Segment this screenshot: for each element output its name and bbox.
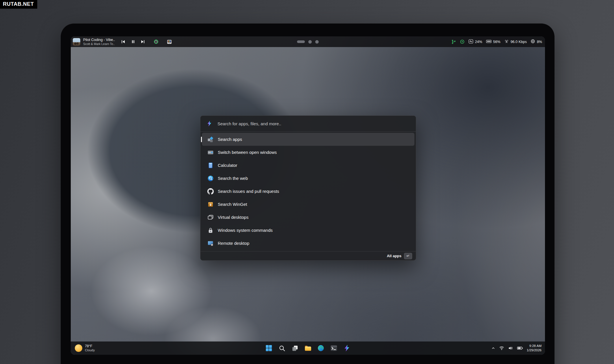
stat-memory: 56% — [486, 39, 500, 44]
laptop-frame: Pilot Coding - Vibe.. Scott & Mark Learn… — [61, 23, 555, 364]
remote-desktop-icon — [207, 240, 214, 247]
battery-icon[interactable] — [517, 346, 523, 350]
antenna-icon — [504, 39, 509, 44]
palette-item-github[interactable]: Search issues and pull requests — [202, 185, 414, 198]
palette-item-virtual-desktops[interactable]: Virtual desktops — [202, 211, 414, 224]
screen-color-icon[interactable] — [167, 39, 172, 44]
system-tray: 9:28 AM 1/29/2026 — [491, 344, 545, 352]
palette-item-label: Windows system commands — [218, 228, 273, 233]
clock-time: 9:28 AM — [527, 344, 542, 348]
command-palette: Search appsSwitch between open windowsCa… — [200, 115, 416, 261]
powertoys-icon[interactable] — [343, 344, 351, 352]
palette-item-label: Remote desktop — [218, 241, 249, 246]
window-switcher-icon — [207, 149, 214, 156]
palette-list: Search appsSwitch between open windowsCa… — [200, 132, 416, 251]
media-title: Pilot Coding - Vibe.. — [83, 38, 115, 42]
github-icon — [207, 188, 214, 195]
edge-browser-icon[interactable] — [317, 344, 325, 352]
selection-indicator — [201, 137, 202, 142]
terminal-icon[interactable] — [330, 344, 338, 352]
start-button[interactable] — [265, 344, 273, 352]
activity-value: 24% — [475, 40, 482, 44]
weather-widget[interactable]: 78°F Cloudy — [71, 344, 95, 352]
palette-search-row — [200, 116, 416, 132]
stat-cpu: 8% — [531, 39, 542, 44]
cpu-value: 8% — [537, 40, 542, 44]
git-branch-icon — [451, 40, 456, 44]
palette-search-input[interactable] — [217, 121, 410, 126]
stat-network: 96.0 Kbps — [504, 39, 527, 44]
task-view-icon[interactable] — [291, 344, 299, 352]
system-commands-icon — [207, 227, 214, 234]
palette-item-label: Search the web — [218, 176, 248, 181]
taskbar-center-icons — [265, 344, 351, 352]
media-widget: Pilot Coding - Vibe.. Scott & Mark Learn… — [71, 38, 172, 45]
network-value: 96.0 Kbps — [511, 40, 527, 44]
weather-condition: Cloudy — [85, 348, 95, 352]
media-subtitle: Scott & Mark Learn To.. — [83, 42, 115, 46]
notch-pill — [297, 40, 305, 43]
notch-dot — [308, 40, 312, 44]
palette-item-label: Switch between open windows — [218, 150, 277, 155]
pause-icon[interactable] — [131, 39, 135, 44]
clock-date: 1/29/2026 — [527, 348, 542, 352]
timer-icon[interactable] — [154, 39, 159, 44]
taskbar-clock[interactable]: 9:28 AM 1/29/2026 — [527, 344, 542, 352]
weather-temperature: 78°F — [85, 344, 95, 348]
web-search-icon — [207, 175, 214, 182]
activity-icon — [468, 39, 473, 44]
notch-dot — [315, 40, 319, 44]
palette-item-label: Virtual desktops — [218, 215, 248, 220]
system-stats: 24% 56% 96.0 Kbps — [451, 39, 545, 44]
file-explorer-icon[interactable] — [304, 344, 312, 352]
enter-key-icon: ↵ — [404, 253, 412, 259]
palette-item-search-apps[interactable]: Search apps — [202, 133, 414, 146]
cpu-icon — [531, 39, 535, 44]
memory-icon — [486, 39, 492, 44]
stat-activity: 24% — [468, 39, 482, 44]
watermark: RUTAB.NET — [0, 0, 37, 9]
all-apps-label: All apps — [387, 254, 401, 258]
next-track-icon[interactable] — [140, 39, 145, 44]
palette-item-label: Search apps — [218, 137, 242, 142]
search-apps-icon — [207, 136, 214, 143]
taskbar: 78°F Cloudy — [71, 341, 545, 355]
virtual-desktops-icon — [207, 214, 214, 221]
palette-item-window-switcher[interactable]: Switch between open windows — [202, 146, 414, 159]
palette-item-label: Search issues and pull requests — [218, 189, 279, 194]
palette-item-label: Calculator — [218, 163, 237, 168]
winget-icon — [207, 201, 214, 208]
desktop-wallpaper: Pilot Coding - Vibe.. Scott & Mark Learn… — [71, 36, 545, 355]
memory-value: 56% — [493, 40, 500, 44]
palette-item-system-commands[interactable]: Windows system commands — [202, 224, 414, 237]
record-icon — [460, 39, 465, 44]
palette-item-label: Search WinGet — [218, 202, 247, 207]
wifi-icon[interactable] — [499, 346, 504, 351]
search-icon[interactable] — [278, 344, 286, 352]
calculator-icon — [207, 162, 214, 169]
palette-item-remote-desktop[interactable]: Remote desktop — [202, 237, 414, 250]
palette-item-web-search[interactable]: Search the web — [202, 172, 414, 185]
previous-track-icon[interactable] — [121, 39, 126, 44]
palette-item-winget[interactable]: Search WinGet — [202, 198, 414, 211]
sun-icon — [75, 344, 82, 352]
camera-notch — [297, 40, 319, 44]
top-status-bar: Pilot Coding - Vibe.. Scott & Mark Learn… — [71, 36, 545, 47]
tray-chevron-up-icon[interactable] — [491, 346, 495, 350]
palette-item-calculator[interactable]: Calculator — [202, 159, 414, 172]
all-apps-button[interactable]: All apps ↵ — [200, 251, 416, 260]
command-palette-bolt-icon — [206, 120, 213, 127]
volume-icon[interactable] — [508, 346, 513, 351]
album-art — [73, 38, 80, 46]
